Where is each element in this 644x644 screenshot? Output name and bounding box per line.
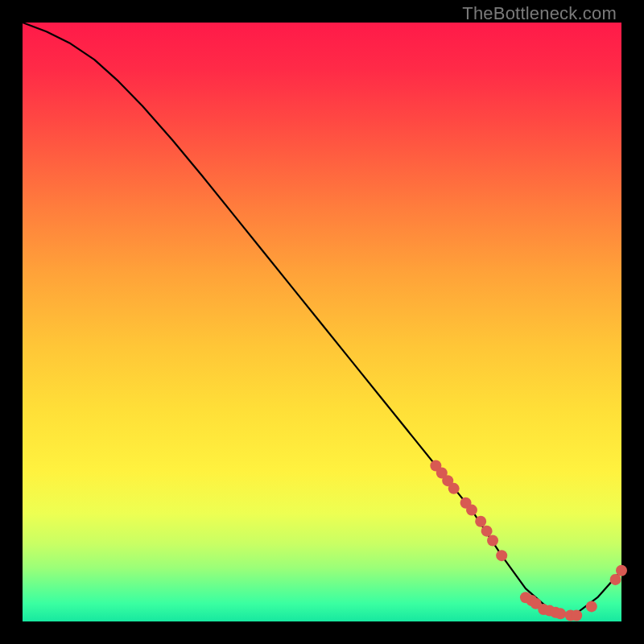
data-point [481,526,493,537]
data-point [555,608,566,619]
bottleneck-curve [23,23,621,616]
chart-frame [23,23,621,621]
data-point [466,505,477,516]
data-point [496,550,507,561]
data-point [571,610,582,621]
watermark-text: TheBottleneck.com [462,3,617,24]
data-point [616,565,627,576]
data-point [487,535,498,547]
data-point [586,601,597,612]
data-point [448,483,460,494]
chart-svg [23,23,621,621]
data-point [475,516,486,527]
